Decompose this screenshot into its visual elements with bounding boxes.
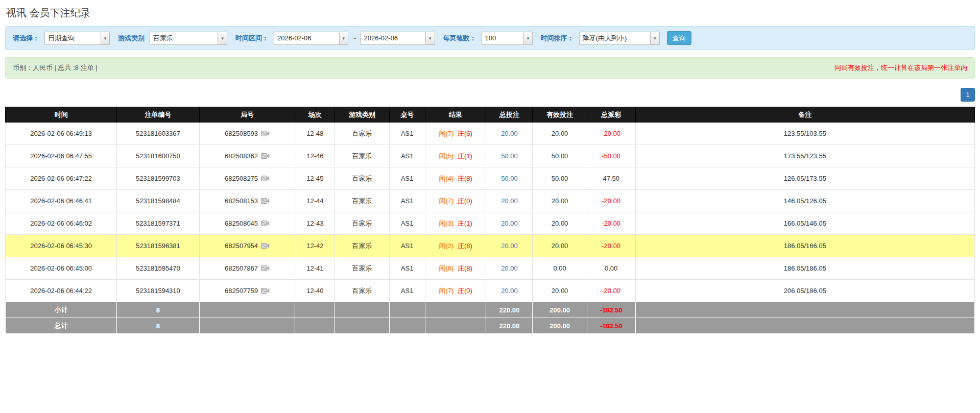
- cell-time: 2026-02-06 06:47:22: [6, 167, 117, 190]
- round-id-value: 682508362: [225, 152, 258, 160]
- header-payout: 总派彩: [587, 107, 635, 123]
- result-player: 闲(4): [439, 175, 453, 182]
- cell-round-id: 682507867: [199, 257, 295, 280]
- total-bet-link[interactable]: 20.00: [501, 242, 518, 250]
- chevron-down-icon[interactable]: ▾: [101, 32, 109, 44]
- video-replay-icon[interactable]: [261, 220, 270, 227]
- table-row: 2026-02-06 06:47:55 523181600750 6825083…: [6, 145, 975, 167]
- cell-order-id: 523181603367: [117, 123, 199, 145]
- video-replay-icon[interactable]: [261, 287, 270, 295]
- search-button[interactable]: 查询: [667, 31, 691, 45]
- round-id-value: 682508045: [225, 220, 258, 227]
- table-row: 2026-02-06 06:49:13 523181603367 6825085…: [6, 123, 975, 145]
- total-bet-link[interactable]: 20.00: [501, 220, 518, 227]
- header-game-type: 游戏类别: [335, 107, 389, 123]
- result-banker: 庄(6): [458, 130, 472, 137]
- subtotal-count: 8: [117, 302, 199, 318]
- chevron-down-icon[interactable]: ▾: [523, 32, 532, 44]
- date-range-separator: ~: [352, 34, 356, 42]
- total-bet-link[interactable]: 50.00: [501, 152, 518, 160]
- result-player: 闲(8): [439, 264, 453, 272]
- sort-select[interactable]: ▾: [579, 32, 660, 45]
- cell-payout: -20.00: [587, 235, 635, 257]
- total-bet-link[interactable]: 20.00: [501, 197, 518, 205]
- summary-notice: 同局有效投注，统一计算在该局第一张注单内: [834, 63, 967, 72]
- query-type-input[interactable]: [45, 32, 101, 44]
- date-from-picker[interactable]: ▾: [274, 32, 348, 45]
- date-to-input[interactable]: [361, 32, 426, 44]
- cell-payout: -20.00: [587, 190, 635, 212]
- table-header-row: 时间 注单编号 局号 场次 游戏类别 桌号 结果 总投注 有效投注 总派彩 备注: [6, 107, 975, 123]
- result-player: 闲(3): [439, 220, 453, 227]
- cell-valid-bet: 20.00: [533, 280, 587, 302]
- video-replay-icon[interactable]: [261, 265, 270, 272]
- result-banker: 庄(1): [458, 220, 472, 227]
- cell-time: 2026-02-06 06:46:41: [6, 190, 117, 212]
- round-id-value: 682507759: [225, 287, 258, 295]
- chevron-down-icon[interactable]: ▾: [339, 32, 348, 44]
- video-replay-icon[interactable]: [261, 198, 270, 205]
- cell-session: 12-48: [295, 123, 335, 145]
- chevron-down-icon[interactable]: ▾: [218, 32, 227, 44]
- cell-round-id: 682508593: [199, 123, 295, 145]
- page-1-button[interactable]: 1: [961, 88, 975, 102]
- total-bet-link[interactable]: 50.00: [501, 175, 518, 182]
- cell-round-id: 682507954: [199, 235, 295, 257]
- page-size-select[interactable]: ▾: [482, 32, 533, 45]
- header-note: 备注: [635, 107, 974, 123]
- cell-result: 闲(7) 庄(0): [425, 190, 486, 212]
- cell-round-id: 682508045: [199, 212, 295, 235]
- cell-result: 闲(7) 庄(6): [425, 123, 486, 145]
- total-bet-link[interactable]: 20.00: [501, 130, 518, 137]
- cell-game-type: 百家乐: [335, 257, 389, 280]
- sort-input[interactable]: [580, 32, 650, 44]
- cell-payout: -20.00: [587, 280, 635, 302]
- cell-game-type: 百家乐: [335, 167, 389, 190]
- total-count: 8: [117, 318, 199, 334]
- cell-total-bet: 20.00: [486, 123, 533, 145]
- sort-label: 时间排序：: [541, 34, 574, 43]
- query-type-select[interactable]: ▾: [44, 32, 110, 45]
- game-type-select[interactable]: ▾: [150, 32, 227, 45]
- page-size-input[interactable]: [482, 32, 524, 44]
- cell-valid-bet: 0.00: [533, 257, 587, 280]
- cell-order-id: 523181597371: [117, 212, 199, 235]
- header-time: 时间: [6, 107, 117, 123]
- table-row: 2026-02-06 06:47:22 523181599703 6825082…: [6, 167, 975, 190]
- subtotal-valid-bet: 200.00: [533, 302, 587, 318]
- cell-time: 2026-02-06 06:46:02: [6, 212, 117, 235]
- video-replay-icon[interactable]: [261, 130, 270, 137]
- cell-note: 206.05/186.05: [635, 280, 974, 302]
- total-bet-link[interactable]: 20.00: [501, 264, 518, 272]
- cell-game-type: 百家乐: [335, 235, 389, 257]
- video-replay-icon[interactable]: [261, 175, 270, 182]
- cell-note: 123.55/103.55: [635, 123, 974, 145]
- cell-order-id: 523181596381: [117, 235, 199, 257]
- game-type-input[interactable]: [150, 32, 218, 44]
- date-to-picker[interactable]: ▾: [361, 32, 435, 45]
- header-result: 结果: [425, 107, 486, 123]
- cell-order-id: 523181599703: [117, 167, 199, 190]
- cell-order-id: 523181600750: [117, 145, 199, 167]
- video-replay-icon[interactable]: [261, 153, 270, 160]
- chevron-down-icon[interactable]: ▾: [650, 32, 659, 44]
- cell-payout: 47.50: [587, 167, 635, 190]
- cell-total-bet: 20.00: [486, 280, 533, 302]
- result-banker: 庄(8): [458, 175, 472, 182]
- result-player: 闲(7): [439, 287, 453, 295]
- cell-table-no: AS1: [389, 212, 425, 235]
- header-round-id: 局号: [199, 107, 295, 123]
- cell-table-no: AS1: [389, 280, 425, 302]
- header-order-id: 注单编号: [117, 107, 199, 123]
- total-payout: -102.50: [587, 318, 635, 334]
- total-total-bet: 220.00: [486, 318, 533, 334]
- table-row: 2026-02-06 06:45:30 523181596381 6825079…: [6, 235, 975, 257]
- pagination: 1: [5, 88, 975, 102]
- video-replay-icon[interactable]: [261, 242, 270, 250]
- chevron-down-icon[interactable]: ▾: [425, 32, 434, 44]
- cell-round-id: 682508362: [199, 145, 295, 167]
- date-from-input[interactable]: [274, 32, 339, 44]
- cell-result: 闲(4) 庄(8): [425, 167, 486, 190]
- total-bet-link[interactable]: 20.00: [501, 287, 518, 295]
- result-player: 闲(2): [439, 242, 453, 250]
